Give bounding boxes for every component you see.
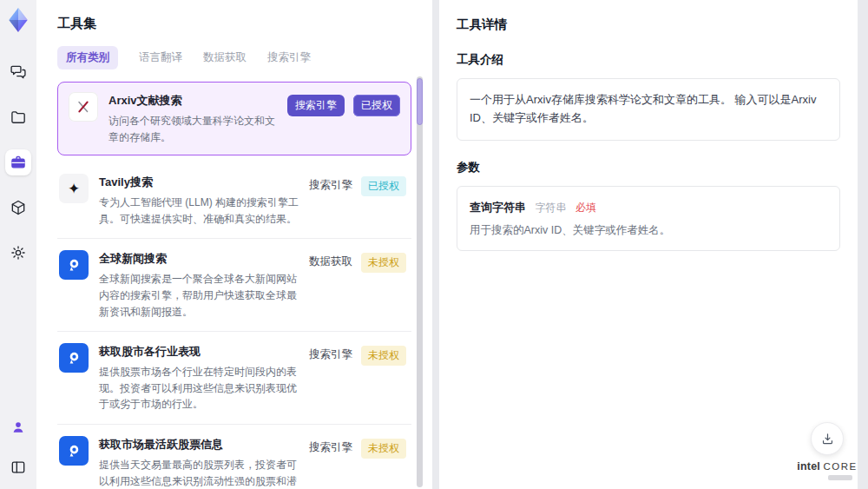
tool-name: 获取市场最活跃股票信息 — [99, 437, 299, 453]
tool-name: Arxiv文献搜索 — [108, 93, 277, 109]
cube-icon[interactable] — [5, 195, 31, 221]
tab-search-engine[interactable]: 搜索引擎 — [267, 50, 311, 65]
intel-core-logo: intel CORE — [797, 460, 857, 472]
toolbox-icon[interactable] — [5, 149, 31, 175]
category-label: 搜索引擎 — [309, 346, 352, 362]
tool-row-stock-sector[interactable]: 获取股市各行业表现 提供股票市场各个行业在特定时间段内的表现。投资者可以利用这些… — [57, 332, 411, 425]
intel-logo-subbadge — [828, 475, 852, 480]
tab-data-acquisition[interactable]: 数据获取 — [203, 50, 247, 65]
tab-all-categories[interactable]: 所有类别 — [57, 46, 118, 69]
tool-name: 全球新闻搜索 — [99, 251, 299, 267]
news-search-icon — [59, 250, 89, 280]
detail-title: 工具详情 — [457, 17, 840, 33]
corner-widgets: intel CORE — [799, 422, 856, 480]
intro-text: 一个用于从Arxiv存储库搜索科学论文和文章的工具。 输入可以是Arxiv ID… — [470, 91, 827, 128]
param-description: 用于搜索的Arxiv ID、关键字或作者姓名。 — [470, 223, 827, 238]
left-rail — [0, 0, 36, 489]
intro-heading: 工具介绍 — [457, 52, 840, 68]
arxiv-icon — [69, 92, 98, 122]
status-badge: 未授权 — [361, 346, 406, 366]
category-badge: 搜索引擎 — [287, 95, 345, 116]
app-logo-icon — [5, 7, 31, 33]
category-label: 搜索引擎 — [309, 439, 352, 455]
panel-toggle-icon[interactable] — [5, 454, 31, 480]
param-type: 字符串 — [535, 202, 566, 214]
tool-description: 全球新闻搜索是一个聚合全球各大新闻网站内容的搜索引擎，帮助用户快速获取全球最新资… — [99, 271, 299, 320]
list-scrollbar-thumb[interactable] — [417, 78, 423, 125]
tool-name: Tavily搜索 — [99, 175, 299, 190]
status-badge: 已授权 — [361, 176, 406, 196]
tool-name: 获取股市各行业表现 — [99, 344, 299, 360]
folder-icon[interactable] — [5, 104, 31, 130]
download-icon — [820, 432, 835, 446]
tool-row-tavily[interactable]: ✦ Tavily搜索 专为人工智能代理 (LLM) 构建的搜索引擎工具。可快速提… — [57, 162, 411, 239]
params-heading: 参数 — [457, 160, 840, 175]
tool-description: 提供当天交易量最高的股票列表，投资者可以利用这些信息来识别流动性强的股票和潜在的… — [99, 457, 299, 489]
tool-description: 专为人工智能代理 (LLM) 构建的搜索引擎工具。可快速提供实时、准确和真实的结… — [99, 195, 299, 227]
tool-row-arxiv[interactable]: Arxiv文献搜索 访问各个研究领域大量科学论文和文章的存储库。 搜索引擎 已授… — [57, 82, 411, 155]
stock-sector-icon — [59, 343, 89, 373]
download-button[interactable] — [811, 422, 844, 455]
param-required-badge: 必填 — [575, 202, 596, 214]
active-stock-icon — [59, 436, 89, 466]
user-avatar-icon[interactable] — [5, 414, 31, 440]
tool-row-active-stocks[interactable]: 获取市场最活跃股票信息 提供当天交易量最高的股票列表，投资者可以利用这些信息来识… — [57, 425, 411, 489]
tool-list-panel: 工具集 所有类别 语言翻译 数据获取 搜索引擎 Arxiv文献搜索 访问各个研究… — [36, 0, 432, 489]
page-title: 工具集 — [57, 16, 411, 32]
category-label: 数据获取 — [309, 253, 352, 269]
list-scrollbar[interactable] — [417, 76, 423, 487]
tool-description: 提供股票市场各个行业在特定时间段内的表现。投资者可以利用这些信息来识别表现优于或… — [99, 364, 299, 413]
rail-nav — [5, 59, 31, 266]
status-badge: 已授权 — [353, 95, 400, 116]
chat-icon[interactable] — [5, 59, 31, 85]
intro-box: 一个用于从Arxiv存储库搜索科学论文和文章的工具。 输入可以是Arxiv ID… — [457, 78, 840, 141]
rail-bottom — [5, 414, 31, 480]
status-badge: 未授权 — [361, 439, 406, 459]
category-tabs: 所有类别 语言翻译 数据获取 搜索引擎 — [57, 46, 411, 69]
tab-language-translation[interactable]: 语言翻译 — [139, 50, 182, 65]
tool-description: 访问各个研究领域大量科学论文和文章的存储库。 — [108, 113, 277, 145]
tool-detail-panel: 工具详情 工具介绍 一个用于从Arxiv存储库搜索科学论文和文章的工具。 输入可… — [439, 0, 858, 489]
tool-row-global-news[interactable]: 全球新闻搜索 全球新闻搜索是一个聚合全球各大新闻网站内容的搜索引擎，帮助用户快速… — [57, 239, 411, 332]
status-badge: 未授权 — [361, 253, 406, 273]
tavily-star-icon: ✦ — [59, 174, 89, 203]
category-label: 搜索引擎 — [309, 176, 352, 193]
param-box: 查询字符串 字符串 必填 用于搜索的Arxiv ID、关键字或作者姓名。 — [457, 186, 840, 251]
param-name: 查询字符串 — [470, 201, 526, 214]
app-root: 工具集 所有类别 语言翻译 数据获取 搜索引擎 Arxiv文献搜索 访问各个研究… — [0, 0, 868, 489]
settings-icon[interactable] — [5, 240, 31, 266]
